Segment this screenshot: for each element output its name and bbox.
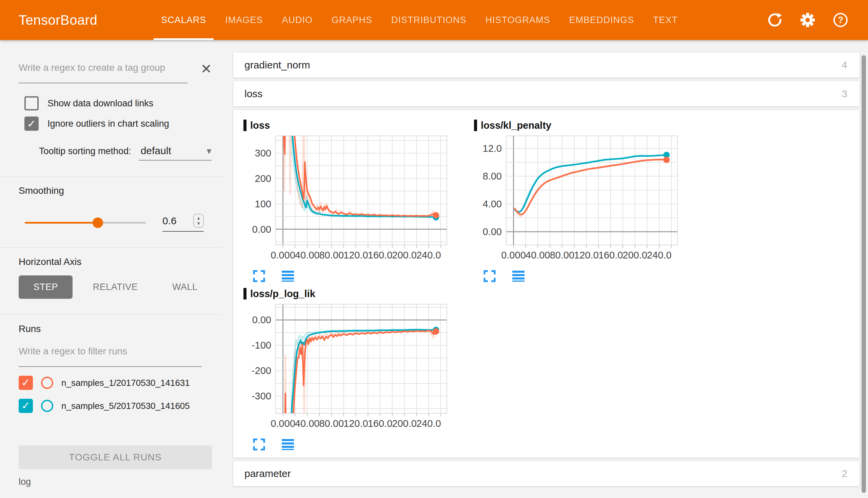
show-download-row[interactable]: Show data download links <box>24 96 212 110</box>
run-color-circle[interactable] <box>41 400 53 412</box>
section-title: loss <box>244 88 263 100</box>
tab-images[interactable]: IMAGES <box>216 0 272 40</box>
svg-text:8.00: 8.00 <box>483 171 502 182</box>
svg-text:-100: -100 <box>252 340 271 351</box>
svg-text:0.000: 0.000 <box>271 418 295 429</box>
svg-text:80.00: 80.00 <box>319 418 344 429</box>
chart-plot-area[interactable]: 0.00040.0080.00120.0160.0200.0240.00.00-… <box>243 302 454 437</box>
svg-text:120.0: 120.0 <box>344 250 368 261</box>
chart-title-text: loss/p_log_lik <box>250 288 315 300</box>
toggle-all-runs-button[interactable]: TOGGLE ALL RUNS <box>18 445 212 469</box>
tab-graphs[interactable]: GRAPHS <box>322 0 382 40</box>
horizontal-axis-options: STEPRELATIVEWALL <box>18 275 212 299</box>
svg-text:200.0: 200.0 <box>392 250 417 261</box>
chart-title-row: loss/p_log_lik <box>243 287 474 300</box>
settings-gear-icon[interactable] <box>800 12 816 28</box>
tab-histograms[interactable]: HISTOGRAMS <box>476 0 560 40</box>
svg-text:40.00: 40.00 <box>295 418 320 429</box>
section-title: gradient_norm <box>244 59 310 71</box>
axis-step-button[interactable]: STEP <box>18 275 73 299</box>
runs-menu-icon[interactable] <box>281 438 294 450</box>
svg-text:300: 300 <box>255 148 271 159</box>
expand-chart-icon[interactable] <box>253 270 265 282</box>
svg-text:40.00: 40.00 <box>525 250 550 261</box>
ignore-outliers-row[interactable]: ✓ Ignore outliers in chart scaling <box>24 117 212 131</box>
tooltip-sorting-dropdown[interactable]: default ▾ <box>139 145 212 160</box>
clear-filter-icon[interactable]: × <box>201 60 211 77</box>
show-download-label: Show data download links <box>48 98 153 109</box>
svg-text:0.00: 0.00 <box>252 314 271 325</box>
chevron-down-icon: ▾ <box>207 145 212 157</box>
slider-fill <box>25 222 98 224</box>
axis-wall-button[interactable]: WALL <box>158 275 212 299</box>
ignore-outliers-checkbox[interactable]: ✓ <box>24 117 39 131</box>
app-header: TensorBoard SCALARSIMAGESAUDIOGRAPHSDIST… <box>0 0 868 40</box>
chart-title-row: loss <box>243 119 474 132</box>
svg-text:-200: -200 <box>252 365 271 376</box>
chart-plot-area[interactable]: 0.00040.0080.00120.0160.0200.0240.00.001… <box>243 133 454 268</box>
refresh-icon[interactable] <box>767 12 782 28</box>
svg-text:0.00: 0.00 <box>483 226 502 237</box>
svg-text:240.0: 240.0 <box>416 418 441 429</box>
run-color-circle[interactable] <box>41 377 53 389</box>
section-header-parameter[interactable]: parameter2 <box>233 461 859 486</box>
expand-chart-icon[interactable] <box>484 270 496 282</box>
smoothing-value-input[interactable]: 0.6 ▲▼ <box>163 214 204 232</box>
svg-text:0.000: 0.000 <box>271 250 295 261</box>
tag-pill-icon <box>243 120 246 131</box>
runs-label: Runs <box>18 324 212 335</box>
runs-menu-icon[interactable] <box>281 270 294 282</box>
stepper-icon[interactable]: ▲▼ <box>193 214 204 228</box>
smoothing-label: Smoothing <box>18 185 212 196</box>
chart-title-row: loss/kl_penalty <box>474 119 705 132</box>
run-checkbox[interactable]: ✓ <box>18 376 33 390</box>
tab-audio[interactable]: AUDIO <box>272 0 322 40</box>
tag-filter-placeholder: Write a regex to create a tag group <box>18 62 165 73</box>
svg-text:200: 200 <box>255 173 271 184</box>
run-name: n_samples_1/20170530_141631 <box>61 378 190 388</box>
horizontal-axis-label: Horizontal Axis <box>18 257 212 267</box>
tag-filter-input[interactable]: Write a regex to create a tag group <box>18 62 188 83</box>
run-checkbox[interactable]: ✓ <box>18 399 33 413</box>
ignore-outliers-label: Ignore outliers in chart scaling <box>48 119 169 129</box>
charts-grid: loss0.00040.0080.00120.0160.0200.0240.00… <box>243 119 725 456</box>
header-actions: ? <box>767 12 848 28</box>
chart-loss-p_log_lik: loss/p_log_lik0.00040.0080.00120.0160.02… <box>243 287 474 456</box>
chart-title-text: loss <box>250 120 270 131</box>
section-count: 3 <box>842 88 847 100</box>
help-icon[interactable]: ? <box>833 12 848 28</box>
svg-text:160.0: 160.0 <box>598 250 623 261</box>
runs-filter-input[interactable]: Write a regex to filter runs <box>18 346 202 367</box>
runs-list: ✓n_samples_1/20170530_141631✓n_samples_5… <box>18 376 212 413</box>
section-header-gradient_norm[interactable]: gradient_norm4 <box>233 53 859 78</box>
smoothing-slider[interactable] <box>25 222 146 224</box>
runs-menu-icon[interactable] <box>512 270 525 282</box>
svg-text:100: 100 <box>255 198 271 209</box>
axis-relative-button[interactable]: RELATIVE <box>88 275 142 299</box>
svg-text:80.00: 80.00 <box>319 250 344 261</box>
svg-text:240.0: 240.0 <box>416 250 441 261</box>
scrollbar[interactable] <box>861 55 866 493</box>
slider-thumb[interactable] <box>92 218 103 228</box>
settings-sidebar: Write a regex to create a tag group × Sh… <box>0 40 222 498</box>
dashboard-content: gradient_norm4loss3loss0.00040.0080.0012… <box>222 40 868 498</box>
tag-pill-icon <box>474 120 477 131</box>
chart-loss-kl_penalty: loss/kl_penalty0.00040.0080.00120.0160.0… <box>474 119 705 287</box>
expand-chart-icon[interactable] <box>253 438 265 450</box>
show-download-checkbox[interactable] <box>24 96 39 110</box>
tooltip-sorting-value: default <box>141 145 171 157</box>
smoothing-value: 0.6 <box>163 215 177 227</box>
section-header-loss[interactable]: loss3 <box>233 81 859 106</box>
tab-scalars[interactable]: SCALARS <box>152 0 216 40</box>
chart-actions <box>253 270 474 282</box>
tab-text[interactable]: TEXT <box>643 0 687 40</box>
chart-plot-area[interactable]: 0.00040.0080.00120.0160.0200.0240.00.004… <box>474 133 684 268</box>
svg-text:160.0: 160.0 <box>368 250 393 261</box>
tab-distributions[interactable]: DISTRIBUTIONS <box>382 0 476 40</box>
chart-title-text: loss/kl_penalty <box>481 120 551 131</box>
nav-tabs: SCALARSIMAGESAUDIOGRAPHSDISTRIBUTIONSHIS… <box>152 0 687 40</box>
tag-pill-icon <box>243 288 246 300</box>
tab-embeddings[interactable]: EMBEDDINGS <box>560 0 643 40</box>
svg-text:40.00: 40.00 <box>295 250 320 261</box>
chart-actions <box>253 438 474 450</box>
